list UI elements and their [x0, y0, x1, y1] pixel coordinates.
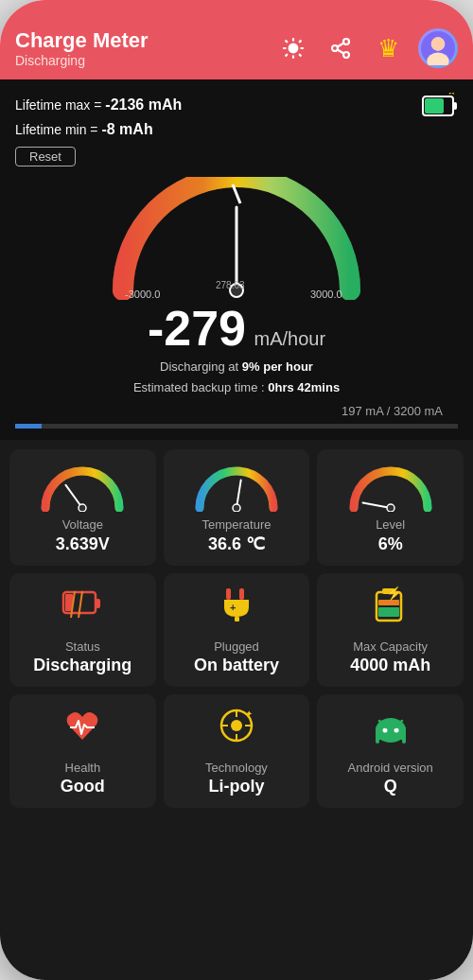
avatar[interactable] [418, 28, 458, 68]
header-icons: ♛ [276, 28, 458, 68]
crown-icon[interactable]: ♛ [371, 31, 405, 65]
card-gauge-voltage [40, 463, 125, 512]
main-gauge-container: -3000.0 3000.0 278.63 [15, 177, 458, 300]
status-bar [0, 0, 473, 23]
lifetime-min-value: -8 mAh [101, 121, 152, 137]
svg-line-5 [286, 41, 288, 43]
svg-point-29 [79, 504, 86, 512]
card-label-level: Level [376, 517, 405, 532]
svg-point-11 [343, 52, 349, 58]
card-label-voltage: Voltage [62, 517, 103, 532]
card-icon-technology: ✦ [217, 708, 256, 751]
card-label-technology: Technology [205, 761, 268, 775]
card-value-level: 6% [378, 534, 403, 554]
svg-line-13 [338, 44, 344, 47]
card-value-plugged: On battery [194, 656, 279, 675]
card-value-temperature: 36.6 ℃ [208, 534, 265, 554]
svg-text:⚡: ⚡ [386, 586, 403, 602]
svg-rect-45 [378, 607, 399, 617]
svg-text:278.63: 278.63 [216, 280, 245, 290]
progress-fill [15, 424, 42, 429]
main-value-row: -279 mA/hour [15, 304, 458, 353]
cards-grid: Voltage3.639VTemperature36.6 ℃Level6%Sta… [0, 440, 473, 817]
card-status: StatusDischarging [9, 573, 156, 687]
progress-bar [15, 424, 458, 429]
svg-text:3000.0: 3000.0 [310, 289, 342, 300]
share-icon[interactable] [324, 31, 358, 65]
svg-rect-61 [376, 736, 379, 744]
svg-text:-3000.0: -3000.0 [125, 289, 160, 300]
svg-line-6 [299, 54, 301, 56]
svg-point-58 [394, 727, 398, 732]
card-icon-status [61, 586, 103, 630]
gauge-subtext: Discharging at 9% per hour Estimated bac… [15, 357, 458, 398]
svg-rect-20 [425, 98, 444, 114]
card-label-status: Status [65, 639, 100, 654]
progress-label: 197 mA / 3200 mA [342, 404, 443, 418]
card-icon-plugged: + [219, 586, 254, 630]
app-header: Charge Meter Discharging [0, 23, 473, 79]
card-label-temperature: Temperature [202, 517, 272, 532]
main-current-value: -279 [148, 301, 246, 356]
card-temperature: Temperature36.6 ℃ [164, 449, 310, 566]
card-value-technology: Li-poly [208, 777, 264, 796]
card-max_capacity: ⚡Max Capacity4000 mAh [317, 573, 464, 687]
svg-point-31 [233, 504, 240, 512]
svg-line-12 [338, 50, 344, 54]
svg-point-57 [382, 727, 387, 732]
lifetime-min: Lifetime min = -8 mAh [15, 117, 458, 142]
svg-line-8 [299, 41, 301, 43]
card-level: Level6% [317, 449, 464, 566]
svg-rect-56 [376, 726, 406, 740]
card-gauge-level [348, 463, 433, 512]
main-current-unit: mA/hour [254, 328, 325, 349]
main-gauge-svg: -3000.0 3000.0 278.63 [104, 177, 369, 300]
card-label-max_capacity: Max Capacity [353, 639, 428, 654]
lifetime-max: Lifetime max = -2136 mAh [15, 93, 458, 117]
card-voltage: Voltage3.639V [9, 449, 156, 566]
svg-point-9 [343, 39, 349, 44]
svg-text:+: + [230, 602, 236, 613]
lifetime-info: Lifetime max = -2136 mAh Lifetime min = … [15, 93, 458, 167]
card-plugged: +PluggedOn battery [164, 573, 310, 687]
card-gauge-temperature [194, 463, 279, 512]
svg-line-7 [286, 54, 288, 56]
card-value-health: Good [61, 777, 105, 796]
phone-frame: Charge Meter Discharging [0, 0, 473, 980]
header-left: Charge Meter Discharging [15, 28, 149, 68]
svg-rect-62 [402, 736, 406, 744]
svg-rect-40 [239, 588, 244, 600]
lifetime-max-value: -2136 mAh [105, 96, 182, 113]
main-content: Lifetime max = -2136 mAh Lifetime min = … [0, 79, 473, 980]
gauge-section: Lifetime max = -2136 mAh Lifetime min = … [0, 79, 473, 440]
svg-rect-19 [453, 102, 457, 110]
card-value-android_version: Q [384, 777, 397, 796]
card-icon-health [62, 708, 102, 751]
card-android_version: Android versionQ [317, 694, 464, 808]
reset-button[interactable]: Reset [15, 147, 76, 166]
svg-point-10 [332, 45, 338, 51]
svg-rect-39 [226, 588, 231, 600]
svg-point-33 [387, 504, 394, 512]
progress-row: 197 mA / 3200 mA [15, 398, 458, 424]
card-value-max_capacity: 4000 mAh [350, 656, 430, 675]
svg-text:★: ★ [447, 93, 457, 97]
app-title: Charge Meter [15, 28, 149, 53]
svg-rect-41 [235, 617, 239, 621]
card-value-status: Discharging [33, 656, 131, 675]
svg-point-49 [231, 720, 242, 731]
card-health: HealthGood [9, 694, 156, 808]
app-subtitle: Discharging [15, 53, 149, 68]
battery-corner-icon: ★ [422, 93, 458, 126]
card-icon-max_capacity: ⚡ [373, 586, 409, 630]
svg-point-17 [431, 37, 445, 50]
svg-text:✦: ✦ [245, 709, 253, 719]
svg-point-0 [289, 44, 299, 54]
svg-rect-35 [96, 599, 100, 608]
card-value-voltage: 3.639V [56, 534, 110, 554]
card-label-health: Health [65, 761, 101, 775]
card-label-android_version: Android version [348, 761, 433, 775]
card-icon-android_version [371, 708, 411, 751]
card-technology: ✦TechnologyLi-poly [164, 694, 310, 808]
brightness-icon[interactable] [276, 31, 310, 65]
